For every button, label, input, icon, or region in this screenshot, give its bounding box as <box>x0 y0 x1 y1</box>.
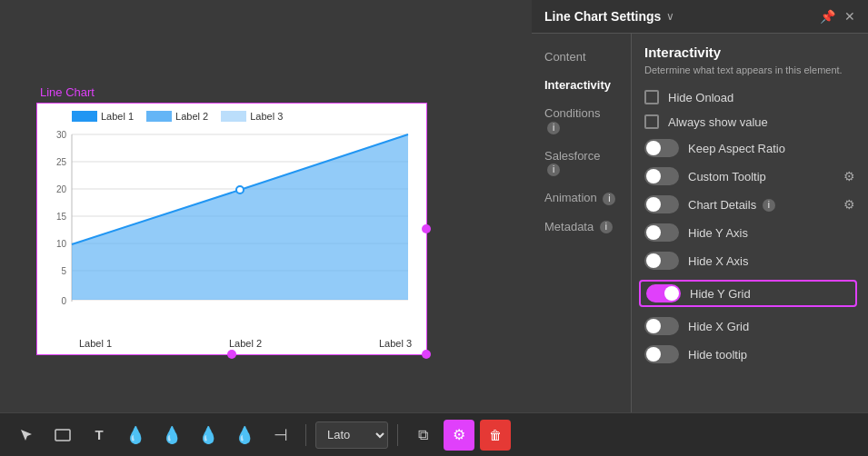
chart-outer[interactable]: Label 1 Label 2 Label 3 30 25 <box>36 103 427 355</box>
x-label-2: Label 2 <box>229 338 262 349</box>
dropper-2-button[interactable]: 💧 <box>156 420 187 451</box>
hide-x-axis-toggle[interactable] <box>644 252 679 270</box>
close-icon[interactable]: ✕ <box>844 9 855 24</box>
legend-item-2: Label 2 <box>146 111 208 122</box>
svg-text:0: 0 <box>61 296 66 306</box>
hide-y-grid-row: Hide Y Grid <box>639 280 857 307</box>
legend-label-3: Label 3 <box>250 111 283 122</box>
hide-tooltip-label: Hide tooltip <box>688 348 855 362</box>
chevron-down-icon[interactable]: ∨ <box>666 10 674 23</box>
hide-x-grid-toggle[interactable] <box>644 317 679 335</box>
legend-box-2 <box>146 111 172 122</box>
align-tool-button[interactable]: ⊣ <box>265 420 296 451</box>
x-labels: Label 1 Label 2 Label 3 <box>45 336 419 349</box>
chart-svg: 30 25 20 15 10 5 0 <box>45 127 415 327</box>
x-label-3: Label 3 <box>379 338 412 349</box>
chart-details-row: Chart Details i ⚙ <box>644 195 855 213</box>
sidebar-item-animation[interactable]: Animation i <box>532 183 631 213</box>
text-tool-button[interactable]: T <box>84 420 115 451</box>
panel-content: Interactivity Determine what text appear… <box>632 34 868 412</box>
sidebar-item-content[interactable]: Content <box>532 43 631 71</box>
panel-header: Line Chart Settings ∨ 📌 ✕ <box>532 0 868 34</box>
hide-tooltip-toggle[interactable] <box>644 345 679 363</box>
svg-text:25: 25 <box>56 157 67 167</box>
panel-title-row: Line Chart Settings ∨ <box>544 9 674 24</box>
svg-rect-17 <box>55 430 70 441</box>
hide-x-axis-row: Hide X Axis <box>644 252 855 270</box>
custom-tooltip-label: Custom Tooltip <box>688 170 831 183</box>
panel-nav: Content Interactivity Conditions i Sales… <box>532 34 632 412</box>
chart-container: Line Chart Label 1 Label 2 Label 3 <box>36 85 427 355</box>
external-link-button[interactable]: ⧉ <box>407 420 438 451</box>
keep-aspect-ratio-toggle[interactable] <box>644 139 679 157</box>
font-select[interactable]: Lato Arial Roboto <box>315 421 388 449</box>
hide-y-axis-row: Hide Y Axis <box>644 223 855 242</box>
section-title: Interactivity <box>644 45 855 60</box>
conditions-info-icon: i <box>547 122 560 134</box>
salesforce-info-icon: i <box>547 164 560 176</box>
svg-text:10: 10 <box>56 239 67 249</box>
resize-handle-bottom[interactable] <box>227 350 236 359</box>
legend-label-1: Label 1 <box>101 111 134 122</box>
custom-tooltip-row: Custom Tooltip ⚙ <box>644 167 855 185</box>
svg-text:20: 20 <box>56 184 67 194</box>
metadata-info-icon: i <box>600 221 613 233</box>
settings-panel: Line Chart Settings ∨ 📌 ✕ Content Intera… <box>532 0 868 412</box>
settings-button[interactable]: ⚙ <box>444 420 474 451</box>
panel-header-icons: 📌 ✕ <box>820 9 855 24</box>
dropper-3-button[interactable]: 💧 <box>193 420 224 451</box>
chart-title: Line Chart <box>36 85 427 99</box>
hide-tooltip-row: Hide tooltip <box>644 345 855 363</box>
sidebar-item-conditions[interactable]: Conditions i <box>532 99 631 142</box>
panel-title: Line Chart Settings <box>544 9 661 24</box>
dropper-1-button[interactable]: 💧 <box>120 420 151 451</box>
hide-onload-row: Hide Onload <box>644 90 855 104</box>
svg-text:5: 5 <box>61 266 66 276</box>
x-label-1: Label 1 <box>79 338 112 349</box>
chart-details-gear-icon[interactable]: ⚙ <box>843 197 855 212</box>
hide-x-grid-row: Hide X Grid <box>644 317 855 335</box>
svg-point-16 <box>236 186 244 193</box>
legend-box-3 <box>221 111 246 122</box>
hide-y-axis-toggle[interactable] <box>644 223 679 242</box>
legend-label-2: Label 2 <box>175 111 208 122</box>
svg-marker-15 <box>72 134 408 300</box>
always-show-value-row: Always show value <box>644 114 855 129</box>
legend-item-3: Label 3 <box>221 111 283 122</box>
hide-onload-checkbox[interactable] <box>644 90 659 104</box>
always-show-value-checkbox[interactable] <box>644 114 659 129</box>
custom-tooltip-toggle[interactable] <box>644 167 679 185</box>
keep-aspect-ratio-row: Keep Aspect Ratio <box>644 139 855 157</box>
delete-button[interactable]: 🗑 <box>480 420 511 451</box>
toolbar-separator-1 <box>305 424 306 446</box>
panel-body: Content Interactivity Conditions i Sales… <box>532 34 868 412</box>
hide-onload-label: Hide Onload <box>668 91 855 104</box>
resize-handle-right[interactable] <box>422 224 431 233</box>
pin-icon[interactable]: 📌 <box>820 9 835 24</box>
hide-y-grid-toggle[interactable] <box>646 284 681 302</box>
hide-x-grid-label: Hide X Grid <box>688 320 855 333</box>
sidebar-item-interactivity[interactable]: Interactivity <box>532 71 631 99</box>
toolbar-separator-2 <box>397 424 398 446</box>
chart-details-label: Chart Details i <box>688 198 831 213</box>
chart-legend: Label 1 Label 2 Label 3 <box>45 111 419 122</box>
svg-text:30: 30 <box>56 130 67 140</box>
chart-details-toggle[interactable] <box>644 195 679 213</box>
legend-item-1: Label 1 <box>72 111 134 122</box>
keep-aspect-ratio-label: Keep Aspect Ratio <box>688 142 855 155</box>
custom-tooltip-gear-icon[interactable]: ⚙ <box>843 169 855 183</box>
always-show-value-label: Always show value <box>668 115 855 129</box>
animation-info-icon: i <box>603 193 615 205</box>
dropper-4-button[interactable]: 💧 <box>229 420 260 451</box>
sidebar-item-metadata[interactable]: Metadata i <box>532 213 631 242</box>
svg-text:15: 15 <box>56 212 67 222</box>
box-tool-button[interactable] <box>47 420 78 451</box>
sidebar-item-salesforce[interactable]: Salesforce i <box>532 142 631 184</box>
resize-handle-br[interactable] <box>422 350 431 359</box>
toolbar: T 💧 💧 💧 💧 ⊣ Lato Arial Roboto ⧉ ⚙ 🗑 <box>0 412 868 456</box>
select-tool-button[interactable] <box>11 420 42 451</box>
hide-y-axis-label: Hide Y Axis <box>688 226 855 240</box>
chart-details-info-icon: i <box>763 199 775 212</box>
section-description: Determine what text appears in this elem… <box>644 64 855 77</box>
hide-y-grid-label: Hide Y Grid <box>690 287 850 301</box>
